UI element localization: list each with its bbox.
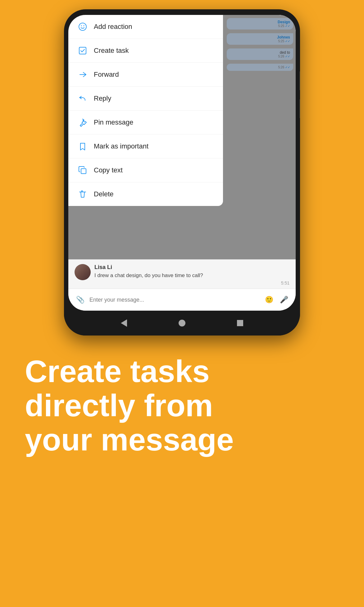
svg-point-1 bbox=[81, 25, 82, 26]
message-sender: Lisa Li bbox=[94, 264, 289, 271]
back-button[interactable] bbox=[120, 319, 128, 327]
copy-text-label: Copy text bbox=[94, 166, 123, 174]
back-triangle-icon bbox=[121, 319, 127, 327]
menu-item-create-task[interactable]: Create task bbox=[68, 39, 223, 63]
phone-screen: Design 5:25 ✓✓ Johnes 5:25 ✓✓ ded to 5:2… bbox=[68, 15, 296, 311]
bottom-chat: Lisa Li I drew a chat design, do you hav… bbox=[68, 259, 296, 311]
reply-icon bbox=[78, 94, 88, 103]
menu-item-delete[interactable]: Delete bbox=[68, 182, 223, 206]
forward-label: Forward bbox=[94, 71, 119, 79]
phone-frame: Design 5:25 ✓✓ Johnes 5:25 ✓✓ ded to 5:2… bbox=[64, 9, 300, 335]
bottom-text-section: Create tasks directly from your message bbox=[0, 335, 364, 481]
svg-rect-4 bbox=[81, 169, 86, 174]
menu-item-copy-text[interactable]: Copy text bbox=[68, 158, 223, 182]
message-time: 5:51 bbox=[94, 281, 289, 285]
avatar bbox=[75, 264, 91, 280]
message-input[interactable] bbox=[89, 292, 260, 308]
add-reaction-label: Add reaction bbox=[94, 23, 132, 31]
mark-important-label: Mark as important bbox=[94, 142, 148, 150]
svg-rect-3 bbox=[79, 47, 86, 54]
context-menu: Add reaction Create task bbox=[68, 15, 223, 206]
pin-icon bbox=[78, 117, 88, 127]
recents-button[interactable] bbox=[236, 319, 244, 327]
phone-nav-bar bbox=[64, 311, 300, 335]
menu-item-add-reaction[interactable]: Add reaction bbox=[68, 15, 223, 39]
home-circle-icon bbox=[179, 320, 185, 326]
message-content: Lisa Li I drew a chat design, do you hav… bbox=[94, 264, 289, 285]
headline-line2: directly from bbox=[25, 388, 213, 423]
recents-square-icon bbox=[237, 320, 243, 326]
attachment-icon[interactable]: 📎 bbox=[75, 294, 86, 305]
headline: Create tasks directly from your message bbox=[25, 354, 339, 457]
checkbox-icon bbox=[78, 46, 88, 56]
svg-point-2 bbox=[84, 25, 84, 26]
headline-line1: Create tasks bbox=[25, 354, 210, 389]
emoji-icon[interactable]: 🙂 bbox=[263, 294, 275, 305]
menu-item-pin[interactable]: Pin message bbox=[68, 111, 223, 135]
bookmark-icon bbox=[78, 141, 88, 151]
top-section: Design 5:25 ✓✓ Johnes 5:25 ✓✓ ded to 5:2… bbox=[0, 0, 364, 335]
mic-icon[interactable]: 🎤 bbox=[278, 294, 289, 305]
input-bar: 📎 🙂 🎤 bbox=[68, 289, 296, 311]
copy-icon bbox=[78, 165, 88, 175]
create-task-label: Create task bbox=[94, 47, 129, 55]
home-button[interactable] bbox=[178, 319, 186, 327]
menu-item-forward[interactable]: Forward bbox=[68, 63, 223, 87]
headline-line3: your message bbox=[25, 422, 234, 457]
avatar-image bbox=[75, 264, 91, 280]
reply-label: Reply bbox=[94, 94, 111, 103]
pin-message-label: Pin message bbox=[94, 118, 133, 126]
power-button bbox=[299, 99, 300, 118]
forward-icon bbox=[78, 70, 88, 80]
svg-point-0 bbox=[79, 23, 86, 30]
menu-item-reply[interactable]: Reply bbox=[68, 87, 223, 111]
smiley-icon bbox=[78, 22, 88, 32]
message-text: I drew a chat design, do you have time t… bbox=[94, 272, 289, 279]
phone-wrapper: Design 5:25 ✓✓ Johnes 5:25 ✓✓ ded to 5:2… bbox=[64, 9, 300, 335]
trash-icon bbox=[78, 189, 88, 199]
volume-button bbox=[299, 71, 300, 90]
user-message-row: Lisa Li I drew a chat design, do you hav… bbox=[68, 259, 296, 289]
delete-label: Delete bbox=[94, 190, 114, 198]
screen-content: Design 5:25 ✓✓ Johnes 5:25 ✓✓ ded to 5:2… bbox=[68, 15, 296, 311]
menu-item-mark-important[interactable]: Mark as important bbox=[68, 135, 223, 158]
